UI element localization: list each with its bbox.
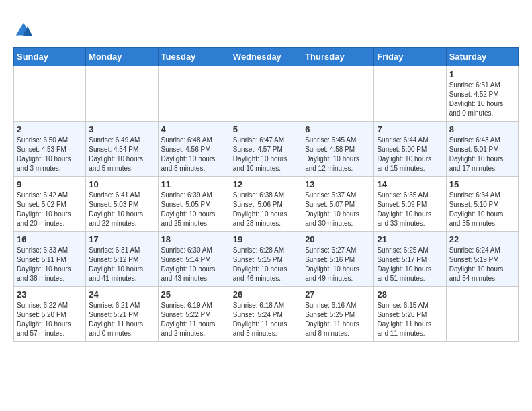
calendar-week-1: 1Sunrise: 6:51 AM Sunset: 4:52 PM Daylig…	[14, 66, 519, 122]
day-info: Sunrise: 6:44 AM Sunset: 5:00 PM Dayligh…	[377, 136, 443, 173]
calendar-cell	[230, 66, 302, 122]
day-info: Sunrise: 6:24 AM Sunset: 5:19 PM Dayligh…	[449, 246, 515, 283]
day-number: 6	[305, 124, 371, 134]
day-number: 23	[17, 289, 83, 300]
day-number: 28	[377, 289, 443, 300]
day-info: Sunrise: 6:39 AM Sunset: 5:05 PM Dayligh…	[161, 191, 227, 228]
calendar-cell: 5Sunrise: 6:47 AM Sunset: 4:57 PM Daylig…	[230, 122, 302, 177]
day-info: Sunrise: 6:49 AM Sunset: 4:54 PM Dayligh…	[89, 136, 154, 173]
calendar-cell: 18Sunrise: 6:30 AM Sunset: 5:14 PM Dayli…	[158, 232, 230, 287]
day-info: Sunrise: 6:48 AM Sunset: 4:56 PM Dayligh…	[161, 136, 227, 173]
day-number: 4	[161, 124, 227, 134]
calendar-cell: 13Sunrise: 6:37 AM Sunset: 5:07 PM Dayli…	[302, 177, 374, 232]
day-info: Sunrise: 6:25 AM Sunset: 5:17 PM Dayligh…	[377, 246, 443, 283]
calendar-week-3: 9Sunrise: 6:42 AM Sunset: 5:02 PM Daylig…	[14, 177, 519, 232]
day-header-monday: Monday	[86, 48, 158, 66]
day-number: 1	[449, 69, 515, 79]
day-header-sunday: Sunday	[14, 48, 86, 66]
day-info: Sunrise: 6:35 AM Sunset: 5:09 PM Dayligh…	[377, 191, 443, 228]
day-info: Sunrise: 6:15 AM Sunset: 5:26 PM Dayligh…	[377, 301, 443, 338]
day-number: 12	[233, 179, 299, 189]
day-number: 22	[449, 234, 515, 244]
day-number: 21	[377, 234, 443, 244]
day-number: 14	[377, 179, 443, 189]
day-info: Sunrise: 6:51 AM Sunset: 4:52 PM Dayligh…	[449, 81, 515, 118]
day-header-saturday: Saturday	[446, 48, 518, 66]
day-info: Sunrise: 6:43 AM Sunset: 5:01 PM Dayligh…	[449, 136, 515, 173]
calendar-week-2: 2Sunrise: 6:50 AM Sunset: 4:53 PM Daylig…	[14, 122, 519, 177]
calendar-cell: 23Sunrise: 6:22 AM Sunset: 5:20 PM Dayli…	[14, 287, 86, 342]
day-number: 5	[233, 124, 299, 134]
calendar-cell: 17Sunrise: 6:31 AM Sunset: 5:12 PM Dayli…	[86, 232, 158, 287]
day-info: Sunrise: 6:22 AM Sunset: 5:20 PM Dayligh…	[17, 301, 83, 338]
calendar-cell: 25Sunrise: 6:19 AM Sunset: 5:22 PM Dayli…	[158, 287, 230, 342]
day-number: 8	[449, 124, 515, 134]
calendar-cell: 21Sunrise: 6:25 AM Sunset: 5:17 PM Dayli…	[374, 232, 446, 287]
calendar-cell	[446, 287, 518, 342]
calendar-cell: 7Sunrise: 6:44 AM Sunset: 5:00 PM Daylig…	[374, 122, 446, 177]
day-header-tuesday: Tuesday	[158, 48, 230, 66]
day-info: Sunrise: 6:37 AM Sunset: 5:07 PM Dayligh…	[305, 191, 371, 228]
calendar-cell	[14, 66, 86, 122]
day-info: Sunrise: 6:31 AM Sunset: 5:12 PM Dayligh…	[89, 246, 154, 283]
day-number: 11	[161, 179, 227, 189]
header	[13, 13, 519, 40]
day-number: 26	[233, 289, 299, 300]
day-header-thursday: Thursday	[302, 48, 374, 66]
calendar-cell	[158, 66, 230, 122]
calendar-cell: 1Sunrise: 6:51 AM Sunset: 4:52 PM Daylig…	[446, 66, 518, 122]
calendar-cell: 2Sunrise: 6:50 AM Sunset: 4:53 PM Daylig…	[14, 122, 86, 177]
day-info: Sunrise: 6:18 AM Sunset: 5:24 PM Dayligh…	[233, 301, 299, 338]
day-info: Sunrise: 6:27 AM Sunset: 5:16 PM Dayligh…	[305, 246, 371, 283]
calendar-cell: 3Sunrise: 6:49 AM Sunset: 4:54 PM Daylig…	[86, 122, 158, 177]
calendar-cell: 10Sunrise: 6:41 AM Sunset: 5:03 PM Dayli…	[86, 177, 158, 232]
day-number: 27	[305, 289, 371, 300]
day-info: Sunrise: 6:42 AM Sunset: 5:02 PM Dayligh…	[17, 191, 83, 228]
calendar-cell: 11Sunrise: 6:39 AM Sunset: 5:05 PM Dayli…	[158, 177, 230, 232]
calendar: SundayMondayTuesdayWednesdayThursdayFrid…	[13, 47, 519, 342]
calendar-cell: 16Sunrise: 6:33 AM Sunset: 5:11 PM Dayli…	[14, 232, 86, 287]
day-info: Sunrise: 6:45 AM Sunset: 4:58 PM Dayligh…	[305, 136, 371, 173]
logo-icon	[13, 20, 34, 40]
logo	[13, 20, 36, 40]
calendar-cell: 6Sunrise: 6:45 AM Sunset: 4:58 PM Daylig…	[302, 122, 374, 177]
day-header-wednesday: Wednesday	[230, 48, 302, 66]
day-info: Sunrise: 6:41 AM Sunset: 5:03 PM Dayligh…	[89, 191, 154, 228]
calendar-cell: 28Sunrise: 6:15 AM Sunset: 5:26 PM Dayli…	[374, 287, 446, 342]
calendar-cell	[302, 66, 374, 122]
calendar-week-5: 23Sunrise: 6:22 AM Sunset: 5:20 PM Dayli…	[14, 287, 519, 342]
day-number: 25	[161, 289, 227, 300]
day-info: Sunrise: 6:50 AM Sunset: 4:53 PM Dayligh…	[17, 136, 83, 173]
calendar-cell	[86, 66, 158, 122]
calendar-cell: 19Sunrise: 6:28 AM Sunset: 5:15 PM Dayli…	[230, 232, 302, 287]
calendar-week-4: 16Sunrise: 6:33 AM Sunset: 5:11 PM Dayli…	[14, 232, 519, 287]
day-info: Sunrise: 6:38 AM Sunset: 5:06 PM Dayligh…	[233, 191, 299, 228]
day-info: Sunrise: 6:47 AM Sunset: 4:57 PM Dayligh…	[233, 136, 299, 173]
calendar-cell: 9Sunrise: 6:42 AM Sunset: 5:02 PM Daylig…	[14, 177, 86, 232]
day-number: 2	[17, 124, 83, 134]
calendar-cell	[374, 66, 446, 122]
day-info: Sunrise: 6:28 AM Sunset: 5:15 PM Dayligh…	[233, 246, 299, 283]
day-info: Sunrise: 6:19 AM Sunset: 5:22 PM Dayligh…	[161, 301, 227, 338]
calendar-cell: 12Sunrise: 6:38 AM Sunset: 5:06 PM Dayli…	[230, 177, 302, 232]
calendar-cell: 24Sunrise: 6:21 AM Sunset: 5:21 PM Dayli…	[86, 287, 158, 342]
day-number: 19	[233, 234, 299, 244]
day-number: 10	[89, 179, 154, 189]
calendar-cell: 14Sunrise: 6:35 AM Sunset: 5:09 PM Dayli…	[374, 177, 446, 232]
calendar-cell: 26Sunrise: 6:18 AM Sunset: 5:24 PM Dayli…	[230, 287, 302, 342]
calendar-header-row: SundayMondayTuesdayWednesdayThursdayFrid…	[14, 48, 519, 66]
calendar-cell: 4Sunrise: 6:48 AM Sunset: 4:56 PM Daylig…	[158, 122, 230, 177]
day-header-friday: Friday	[374, 48, 446, 66]
day-number: 9	[17, 179, 83, 189]
day-info: Sunrise: 6:16 AM Sunset: 5:25 PM Dayligh…	[305, 301, 371, 338]
calendar-cell: 27Sunrise: 6:16 AM Sunset: 5:25 PM Dayli…	[302, 287, 374, 342]
day-number: 3	[89, 124, 154, 134]
day-number: 7	[377, 124, 443, 134]
calendar-cell: 22Sunrise: 6:24 AM Sunset: 5:19 PM Dayli…	[446, 232, 518, 287]
day-number: 15	[449, 179, 515, 189]
calendar-cell: 15Sunrise: 6:34 AM Sunset: 5:10 PM Dayli…	[446, 177, 518, 232]
day-number: 20	[305, 234, 371, 244]
day-number: 13	[305, 179, 371, 189]
day-info: Sunrise: 6:33 AM Sunset: 5:11 PM Dayligh…	[17, 246, 83, 283]
day-info: Sunrise: 6:34 AM Sunset: 5:10 PM Dayligh…	[449, 191, 515, 228]
